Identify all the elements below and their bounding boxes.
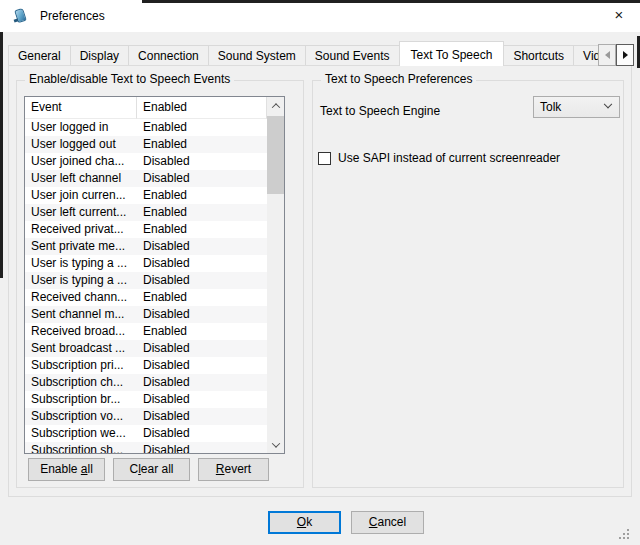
event-cell: User logged out	[25, 136, 137, 153]
list-item[interactable]: User joined cha...Disabled	[25, 153, 267, 170]
list-item[interactable]: Sent channel m...Disabled	[25, 306, 267, 323]
event-cell: Subscription sh...	[25, 442, 137, 453]
tab-sound-system[interactable]: Sound System	[208, 45, 306, 66]
enabled-cell: Enabled	[137, 187, 267, 204]
event-cell: User left channel	[25, 170, 137, 187]
event-list-rows: User logged inEnabledUser logged outEnab…	[25, 119, 267, 453]
tab-video[interactable]: Video	[573, 45, 598, 66]
list-item[interactable]: User logged inEnabled	[25, 119, 267, 136]
scrollbar-thumb[interactable]	[267, 116, 284, 194]
sapi-checkbox-row[interactable]: Use SAPI instead of current screenreader	[318, 150, 560, 166]
arrow-right-icon	[623, 51, 628, 59]
enabled-cell: Enabled	[137, 119, 267, 136]
tts-engine-select[interactable]: Tolk	[533, 96, 620, 118]
event-cell: Subscription pri...	[25, 357, 137, 374]
event-cell: Subscription ch...	[25, 374, 137, 391]
cancel-button[interactable]: Cancel	[351, 511, 424, 534]
revert-button[interactable]: Revert	[198, 458, 269, 481]
enabled-cell: Disabled	[137, 340, 267, 357]
chevron-down-icon	[604, 100, 612, 108]
label-part: Enable	[40, 462, 81, 476]
tab-sound-events[interactable]: Sound Events	[305, 45, 400, 66]
list-item[interactable]: Subscription vo...Disabled	[25, 408, 267, 425]
list-item[interactable]: Subscription sh...Disabled	[25, 442, 267, 453]
list-item[interactable]: Subscription we...Disabled	[25, 425, 267, 442]
column-header-event[interactable]: Event	[25, 97, 137, 119]
event-list-header[interactable]: Event Enabled	[25, 97, 267, 119]
tts-engine-value: Tolk	[534, 100, 605, 114]
enabled-cell: Enabled	[137, 204, 267, 221]
titlebar[interactable]: Preferences ×	[0, 0, 640, 32]
enable-all-button[interactable]: Enable all	[28, 458, 105, 481]
list-item[interactable]: Sent broadcast ...Disabled	[25, 340, 267, 357]
list-item[interactable]: Subscription pri...Disabled	[25, 357, 267, 374]
tts-preferences-title: Text to Speech Preferences	[321, 72, 476, 86]
list-item[interactable]: User is typing a ...Disabled	[25, 255, 267, 272]
event-cell: Sent broadcast ...	[25, 340, 137, 357]
tts-engine-label: Text to Speech Engine	[320, 100, 440, 122]
mnemonic: a	[81, 462, 88, 476]
event-cell: User is typing a ...	[25, 272, 137, 289]
enabled-cell: Disabled	[137, 272, 267, 289]
tab-bar: GeneralDisplayConnectionSound SystemSoun…	[8, 41, 598, 66]
tab-display[interactable]: Display	[70, 45, 129, 66]
preferences-dialog: Preferences × GeneralDisplayConnectionSo…	[0, 0, 640, 545]
event-cell: User left current...	[25, 204, 137, 221]
list-item[interactable]: Subscription br...Disabled	[25, 391, 267, 408]
mnemonic: O	[297, 515, 306, 529]
scroll-down-icon[interactable]	[267, 436, 284, 453]
scroll-up-icon[interactable]	[267, 97, 284, 114]
tab-scroll-right-button[interactable]	[616, 44, 634, 66]
list-item[interactable]: Subscription ch...Disabled	[25, 374, 267, 391]
tab-shortcuts[interactable]: Shortcuts	[503, 45, 574, 66]
teamtalk-app-icon	[13, 8, 29, 24]
list-item[interactable]: Sent private me...Disabled	[25, 238, 267, 255]
list-item[interactable]: Received broad...Enabled	[25, 323, 267, 340]
label-part: ear all	[141, 462, 174, 476]
event-cell: Received privat...	[25, 221, 137, 238]
list-item[interactable]: User left current...Enabled	[25, 204, 267, 221]
enabled-cell: Disabled	[137, 255, 267, 272]
enabled-cell: Disabled	[137, 442, 267, 453]
event-cell: Subscription vo...	[25, 408, 137, 425]
list-item[interactable]: User left channelDisabled	[25, 170, 267, 187]
event-cell: Subscription br...	[25, 391, 137, 408]
label-part: ll	[88, 462, 93, 476]
resize-grip[interactable]	[617, 527, 631, 541]
column-header-enabled[interactable]: Enabled	[137, 97, 267, 119]
label-part: evert	[224, 462, 251, 476]
tts-preferences-groupbox: Text to Speech Preferences	[312, 80, 624, 488]
background-artifact-top	[142, 0, 640, 3]
sapi-checkbox-label: Use SAPI instead of current screenreader	[338, 151, 560, 165]
label-part: C	[129, 462, 138, 476]
event-cell: Sent channel m...	[25, 306, 137, 323]
tab-general[interactable]: General	[8, 45, 71, 66]
event-list[interactable]: Event Enabled User logged inEnabledUser …	[24, 96, 285, 454]
enabled-cell: Disabled	[137, 391, 267, 408]
ok-button[interactable]: Ok	[268, 511, 341, 534]
list-item[interactable]: User join curren...Enabled	[25, 187, 267, 204]
list-item[interactable]: User is typing a ...Disabled	[25, 272, 267, 289]
enabled-cell: Enabled	[137, 136, 267, 153]
event-cell: User join curren...	[25, 187, 137, 204]
window-title: Preferences	[40, 0, 105, 32]
label-part: k	[306, 515, 312, 529]
event-cell: Subscription we...	[25, 425, 137, 442]
sapi-checkbox[interactable]	[318, 152, 331, 165]
tab-text-to-speech[interactable]: Text To Speech	[399, 41, 505, 66]
list-item[interactable]: Received privat...Enabled	[25, 221, 267, 238]
label-part: ancel	[377, 515, 406, 529]
tab-scroll-left-button[interactable]	[598, 44, 616, 66]
events-group-title: Enable/disable Text to Speech Events	[25, 72, 234, 86]
tab-connection[interactable]: Connection	[128, 45, 209, 66]
event-cell: User is typing a ...	[25, 255, 137, 272]
event-list-scrollbar[interactable]	[267, 97, 284, 453]
enabled-cell: Disabled	[137, 425, 267, 442]
clear-all-button[interactable]: Clear all	[113, 458, 190, 481]
event-cell: User joined cha...	[25, 153, 137, 170]
enabled-cell: Disabled	[137, 238, 267, 255]
list-item[interactable]: User logged outEnabled	[25, 136, 267, 153]
list-item[interactable]: Received chann...Enabled	[25, 289, 267, 306]
event-cell: Received broad...	[25, 323, 137, 340]
close-icon[interactable]: ×	[598, 0, 640, 30]
